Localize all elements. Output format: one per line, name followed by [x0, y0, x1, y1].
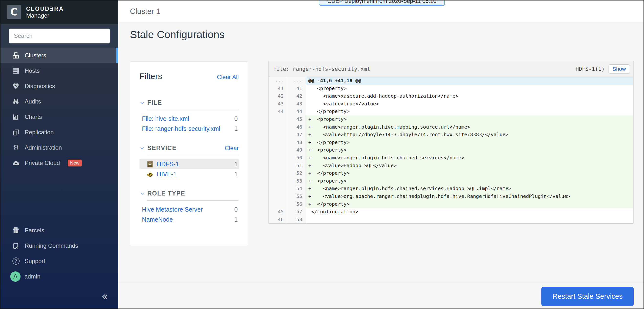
chevron-down-icon[interactable]: [140, 191, 145, 196]
sidebar-footer: «: [0, 284, 118, 309]
diff-code: + <name>ranger.plugin.hive.mapping.sourc…: [306, 123, 633, 131]
sidebar-item-parcels[interactable]: Parcels: [0, 223, 118, 238]
diff-panel: File: ranger-hdfs-security.xml HDFS-1(1)…: [268, 61, 634, 224]
diff-code: + </property>: [306, 200, 633, 208]
sidebar-item-running-commands[interactable]: Running Commands: [0, 238, 118, 253]
help-circle-icon: ?: [12, 257, 20, 265]
filter-count: 0: [234, 206, 238, 213]
brand-header: C CLOUDƎRA Manager: [0, 0, 118, 24]
diff-code: + </property>: [306, 139, 633, 146]
chevron-down-icon[interactable]: [140, 100, 145, 105]
diff-code: + <property>: [306, 177, 633, 185]
cloudera-logo-icon: C: [7, 5, 21, 19]
diff-row: 4658: [269, 216, 633, 224]
diff-new-lineno: 47: [287, 131, 306, 139]
diff-old-lineno: [269, 154, 287, 162]
sidebar-item-hosts[interactable]: Hosts: [0, 63, 118, 78]
filter-section-heading: SERVICE: [147, 144, 177, 152]
selected-accent-bar: [116, 48, 118, 63]
sidebar-item-label: Administration: [25, 144, 62, 151]
diff-row-added: 46+ <name>ranger.plugin.hive.mapping.sou…: [269, 123, 633, 131]
sidebar-item-replication[interactable]: Replication: [0, 124, 118, 140]
diff-row: 4141 <property>: [269, 85, 633, 92]
diff-row-added: 47+ <value>http://dhoyle714-3.dhoyle714.…: [269, 131, 633, 139]
diff-row-added: 54+ <name>ranger.plugin.hdfs.chained.ser…: [269, 185, 633, 193]
filter-link-hive-site[interactable]: File: hive-site.xml: [142, 115, 189, 122]
diff-table: ......@@ -41,6 +41,18 @@ 4141 <property>…: [269, 77, 633, 223]
page-title: Stale Configurations: [130, 28, 224, 40]
diff-old-lineno: [269, 131, 287, 139]
filter-link-ranger-hdfs-security[interactable]: File: ranger-hdfs-security.xml: [142, 125, 220, 132]
running-commands-icon: [12, 242, 20, 250]
search-input[interactable]: [9, 28, 110, 43]
diff-code: + </property>: [306, 169, 633, 177]
filter-section-heading: FILE: [147, 99, 162, 106]
diff-code: + <value>org.apache.ranger.chainedplugin…: [306, 193, 633, 200]
filter-link-hive-metastore-server[interactable]: Hive Metastore Server: [142, 206, 203, 213]
sidebar-item-label: Support: [25, 258, 45, 265]
sidebar-item-administration[interactable]: ⚙ Administration: [0, 140, 118, 155]
diff-new-lineno: 52: [287, 169, 306, 177]
sidebar-item-label: Running Commands: [25, 242, 78, 249]
diff-row: 4557 </configuration>: [269, 208, 633, 216]
diff-code: <name>xasecure.add-hadoop-authorization<…: [306, 92, 633, 100]
diff-row: 4343 <value>true</value>: [269, 100, 633, 108]
clear-all-link[interactable]: Clear All: [217, 74, 239, 80]
cloud-download-icon: [12, 159, 20, 167]
sidebar-item-charts[interactable]: Charts: [0, 109, 118, 124]
filter-link-hive-1[interactable]: HIVE-1: [157, 171, 177, 178]
clear-service-link[interactable]: Clear: [225, 145, 239, 152]
diff-code: + <name>ranger.plugin.hdfs.chained.servi…: [306, 154, 633, 162]
diff-new-lineno: 57: [287, 208, 306, 216]
filters-title: Filters: [140, 71, 162, 81]
filter-item-hive: HIVE-1 1: [140, 169, 239, 179]
sidebar-item-diagnostics[interactable]: Diagnostics: [0, 78, 118, 94]
sidebar-item-label: Replication: [25, 129, 54, 136]
sidebar-item-label: Parcels: [25, 227, 44, 234]
diff-old-lineno: [269, 139, 287, 146]
sidebar-item-support[interactable]: ? Support: [0, 253, 118, 269]
diff-new-lineno: 54: [287, 185, 306, 193]
content-area: Stale Configurations Filters Clear All F…: [118, 22, 644, 309]
diff-new-lineno: 51: [287, 162, 306, 170]
filter-link-hdfs-1[interactable]: HDFS-1: [157, 161, 179, 168]
filter-link-namenode[interactable]: NameNode: [142, 216, 173, 223]
diff-row-added: 49+ <property>: [269, 146, 633, 154]
sidebar-item-private-cloud[interactable]: Private Cloud New: [0, 155, 118, 171]
hdfs-service-icon: [147, 161, 154, 168]
diff-new-lineno: 58: [287, 216, 306, 224]
cluster-title: Cluster 1: [130, 7, 160, 16]
diff-file-label: File: ranger-hdfs-security.xml: [273, 66, 370, 72]
collapse-sidebar-icon[interactable]: «: [102, 291, 108, 302]
restart-stale-services-button[interactable]: Restart Stale Services: [542, 287, 634, 306]
sidebar-item-audits[interactable]: Audits: [0, 94, 118, 109]
avatar: A: [10, 272, 20, 282]
diff-new-lineno: 49: [287, 146, 306, 154]
sidebar-item-label: Clusters: [25, 52, 46, 59]
diff-new-lineno: 45: [287, 115, 306, 123]
filter-item: NameNode 1: [140, 215, 239, 225]
diff-new-lineno: 41: [287, 85, 306, 92]
diff-row-added: 50+ <name>ranger.plugin.hdfs.chained.ser…: [269, 154, 633, 162]
chevron-down-icon[interactable]: [140, 145, 145, 151]
diff-row: 4444 </property>: [269, 108, 633, 115]
show-button[interactable]: Show: [608, 64, 630, 74]
brand-product: Manager: [26, 12, 64, 19]
sidebar-item-clusters[interactable]: Clusters: [0, 48, 118, 63]
filter-item: File: hive-site.xml 0: [140, 114, 239, 124]
cloudera-logo-letter: C: [10, 7, 17, 17]
diff-old-lineno: 42: [269, 92, 287, 100]
diff-old-lineno: 43: [269, 100, 287, 108]
diff-old-lineno: [269, 193, 287, 200]
diff-scope-label: HDFS-1(1): [576, 66, 605, 72]
diff-old-lineno: [269, 200, 287, 208]
diff-new-lineno: 42: [287, 92, 306, 100]
sidebar-item-label: Diagnostics: [25, 83, 55, 90]
diff-old-lineno: [269, 185, 287, 193]
diff-code: + <property>: [306, 146, 633, 154]
diff-row-added: 52+ </property>: [269, 169, 633, 177]
diff-code: [306, 216, 633, 224]
diff-row: 4242 <name>xasecure.add-hadoop-authoriza…: [269, 92, 633, 100]
diff-old-lineno: [269, 162, 287, 170]
sidebar-item-admin[interactable]: A admin: [0, 269, 118, 284]
